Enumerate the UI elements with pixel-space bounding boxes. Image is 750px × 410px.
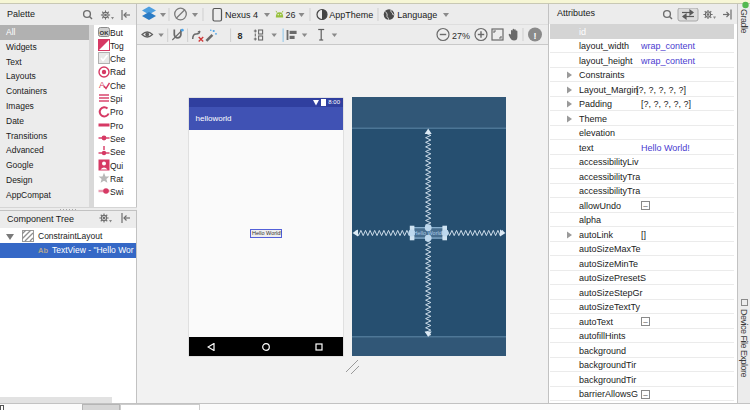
svg-text:8: 8 (238, 31, 243, 41)
svg-text:Language: Language (397, 10, 437, 20)
svg-text:!: ! (534, 30, 537, 40)
svg-text:OK: OK (100, 29, 110, 35)
svg-text:26: 26 (286, 10, 296, 20)
svg-text:27%: 27% (452, 30, 470, 40)
svg-text:A: A (99, 80, 105, 90)
svg-text:AppTheme: AppTheme (329, 10, 373, 20)
svg-text:Hello World!: Hello World! (413, 230, 443, 236)
svg-text:Nexus 4: Nexus 4 (225, 10, 258, 20)
